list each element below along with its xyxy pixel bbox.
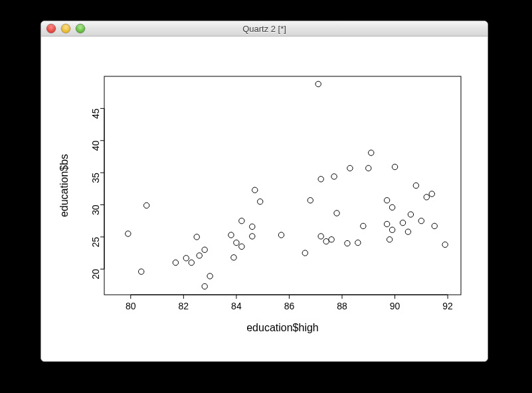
data-point <box>207 274 213 279</box>
plot-area: 80828486889092202530354045education$high… <box>41 37 488 361</box>
data-point <box>392 164 397 169</box>
quartz-window: Quartz 2 [*] 80828486889092202530354045e… <box>41 21 488 362</box>
y-tick-label: 35 <box>90 173 101 183</box>
data-point <box>432 223 437 228</box>
data-point <box>189 260 194 265</box>
x-tick-label: 90 <box>390 301 400 311</box>
data-point <box>384 221 389 226</box>
data-point <box>126 231 131 236</box>
data-point <box>183 256 189 261</box>
data-point <box>429 191 434 196</box>
data-point <box>347 165 353 171</box>
data-point <box>355 240 361 245</box>
data-point <box>138 269 143 274</box>
data-point <box>173 260 178 265</box>
close-icon[interactable] <box>46 24 56 33</box>
data-point <box>318 177 323 182</box>
data-point <box>389 227 395 232</box>
desktop: Quartz 2 [*] 80828486889092202530354045e… <box>0 0 532 393</box>
data-point <box>361 223 366 228</box>
data-point <box>202 247 207 252</box>
y-tick-label: 20 <box>90 269 101 279</box>
data-point <box>239 244 244 249</box>
plot-frame <box>104 76 461 295</box>
data-point <box>329 237 334 242</box>
data-point <box>278 232 284 238</box>
x-tick-label: 82 <box>179 301 189 311</box>
window-controls <box>46 24 85 33</box>
data-point <box>194 234 199 240</box>
data-point <box>308 198 313 203</box>
data-point <box>413 183 418 188</box>
data-point <box>400 220 405 225</box>
data-point <box>252 187 258 193</box>
x-tick-label: 88 <box>337 301 347 311</box>
data-point <box>331 174 337 179</box>
data-point <box>231 255 236 260</box>
titlebar[interactable]: Quartz 2 [*] <box>41 21 488 37</box>
y-tick-label: 45 <box>90 108 101 119</box>
x-tick-label: 84 <box>231 301 242 311</box>
data-point <box>442 242 448 247</box>
data-point <box>369 150 374 155</box>
data-point <box>250 234 255 239</box>
scatter-chart: 80828486889092202530354045education$high… <box>41 37 488 361</box>
data-point <box>318 234 323 239</box>
data-point <box>389 204 395 210</box>
data-point <box>405 229 410 234</box>
x-tick-label: 92 <box>442 301 453 311</box>
data-point <box>302 250 308 256</box>
data-point <box>334 210 339 216</box>
data-point <box>234 240 239 245</box>
data-point <box>366 165 371 171</box>
data-point <box>323 238 329 244</box>
data-point <box>202 283 207 289</box>
data-point <box>408 212 413 217</box>
y-tick-label: 25 <box>90 237 101 248</box>
data-point <box>239 218 244 224</box>
data-point <box>387 237 392 242</box>
window-title: Quartz 2 [*] <box>242 24 286 34</box>
minimize-icon[interactable] <box>61 24 70 33</box>
y-axis-label: education$bs <box>58 154 70 217</box>
x-axis-label: education$high <box>246 322 319 333</box>
y-tick-label: 40 <box>90 141 101 151</box>
x-tick-label: 80 <box>126 301 136 311</box>
data-point <box>345 240 350 246</box>
data-point <box>250 224 255 229</box>
data-point <box>424 195 429 200</box>
data-point <box>418 218 424 224</box>
data-point <box>315 81 321 86</box>
data-point <box>197 253 202 258</box>
zoom-icon[interactable] <box>76 24 85 33</box>
data-point <box>228 232 234 238</box>
x-tick-label: 86 <box>284 301 295 311</box>
data-point <box>143 202 149 208</box>
data-point <box>257 198 262 204</box>
data-point <box>384 198 389 203</box>
y-tick-label: 30 <box>90 204 101 215</box>
